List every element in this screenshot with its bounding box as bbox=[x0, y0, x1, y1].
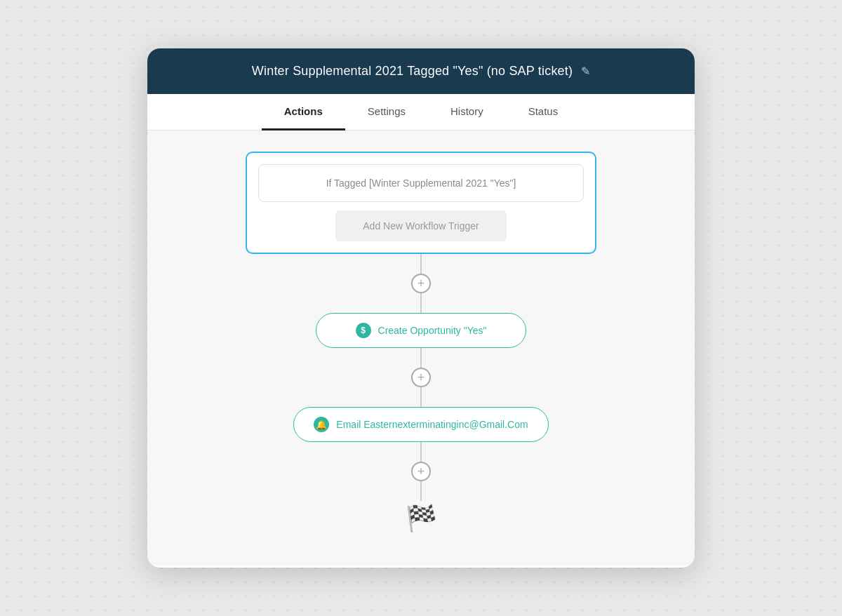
dollar-icon: $ bbox=[356, 323, 371, 338]
edit-title-icon[interactable]: ✎ bbox=[581, 65, 590, 78]
action-create-opportunity-label: Create Opportunity "Yes" bbox=[378, 325, 487, 336]
connector-line-1b bbox=[420, 293, 422, 313]
connector-line-2 bbox=[420, 348, 422, 368]
connector-2: + bbox=[411, 348, 431, 407]
tab-actions[interactable]: Actions bbox=[262, 94, 345, 130]
add-action-button-1[interactable]: + bbox=[411, 274, 431, 293]
tab-history[interactable]: History bbox=[428, 94, 506, 130]
action-email-label: Email Easternexterminatinginc@Gmail.Com bbox=[336, 419, 528, 430]
action-email[interactable]: 🔔 Email Easternexterminatinginc@Gmail.Co… bbox=[293, 407, 548, 442]
add-trigger-button[interactable]: Add New Workflow Trigger bbox=[335, 210, 507, 241]
connector-line-3b bbox=[420, 481, 422, 501]
connector-3: + bbox=[411, 442, 431, 501]
workflow-canvas: If Tagged [Winter Supplemental 2021 "Yes… bbox=[147, 130, 695, 565]
connector-line-2b bbox=[420, 387, 422, 407]
connector-line-1 bbox=[420, 254, 422, 274]
finish-flag-icon: 🏁 bbox=[406, 504, 437, 533]
tabs-bar: Actions Settings History Status bbox=[147, 94, 695, 130]
add-action-button-3[interactable]: + bbox=[411, 462, 431, 481]
trigger-box: If Tagged [Winter Supplemental 2021 "Yes… bbox=[246, 152, 596, 254]
tab-status[interactable]: Status bbox=[506, 94, 581, 130]
add-action-button-2[interactable]: + bbox=[411, 368, 431, 387]
bell-icon: 🔔 bbox=[314, 417, 329, 432]
tab-settings[interactable]: Settings bbox=[345, 94, 428, 130]
main-card: Winter Supplemental 2021 Tagged "Yes" (n… bbox=[147, 48, 695, 568]
workflow-title: Winter Supplemental 2021 Tagged "Yes" (n… bbox=[252, 64, 573, 79]
connector-1: + bbox=[411, 254, 431, 313]
connector-line-3 bbox=[420, 442, 422, 462]
trigger-condition-label[interactable]: If Tagged [Winter Supplemental 2021 "Yes… bbox=[258, 164, 584, 202]
card-header: Winter Supplemental 2021 Tagged "Yes" (n… bbox=[147, 48, 695, 94]
action-create-opportunity[interactable]: $ Create Opportunity "Yes" bbox=[316, 313, 526, 348]
